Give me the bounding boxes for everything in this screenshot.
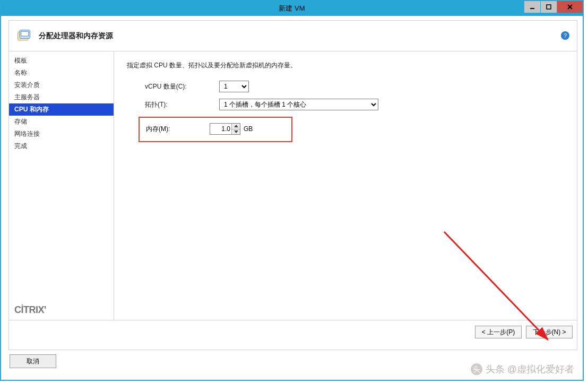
window-controls — [524, 1, 583, 13]
previous-button[interactable]: < 上一步(P) — [475, 326, 522, 338]
memory-label: 内存(M): — [146, 125, 210, 134]
close-button[interactable] — [557, 1, 583, 13]
vm-icon — [16, 29, 31, 43]
maximize-icon — [546, 4, 551, 10]
help-icon[interactable]: ? — [561, 31, 569, 40]
titlebar: 新建 VM — [1, 1, 583, 16]
main-panel: 指定虚拟 CPU 数量、拓扑以及要分配给新虚拟机的内存量。 vCPU 数量(C)… — [114, 51, 577, 320]
vcpu-select[interactable]: 1 — [219, 81, 249, 92]
window-title: 新建 VM — [279, 4, 305, 13]
page-title: 分配处理器和内存资源 — [39, 31, 113, 41]
spinner-buttons — [231, 124, 240, 134]
sidebar-item-home-server[interactable]: 主服务器 — [9, 91, 114, 103]
next-button[interactable]: 下一步(N) > — [526, 326, 573, 338]
sidebar-item-template[interactable]: 模板 — [9, 55, 114, 67]
memory-spinner — [210, 123, 240, 135]
memory-input[interactable] — [210, 124, 231, 134]
dialog-window: 新建 VM 分配处理器和内存资源 ? 模板 — [0, 0, 584, 381]
memory-increase-button[interactable] — [232, 124, 240, 129]
sidebar-item-finish[interactable]: 完成 — [9, 140, 114, 152]
memory-decrease-button[interactable] — [232, 129, 240, 135]
svg-rect-1 — [547, 5, 551, 9]
chevron-down-icon — [234, 130, 238, 133]
sidebar-item-storage[interactable]: 存储 — [9, 116, 114, 128]
sidebar-spacer — [9, 152, 114, 301]
sidebar-item-name[interactable]: 名称 — [9, 67, 114, 79]
minimize-button[interactable] — [524, 1, 540, 13]
topology-select[interactable]: 1 个插槽，每个插槽 1 个核心 — [219, 99, 378, 110]
dialog-header: 分配处理器和内存资源 ? — [9, 21, 577, 51]
dialog-footer: < 上一步(P) 下一步(N) > — [9, 320, 577, 350]
minimize-icon — [530, 4, 535, 10]
dialog-content: 分配处理器和内存资源 ? 模板 名称 安装介质 主服务器 CPU 和内存 存储 … — [8, 20, 577, 350]
cancel-button[interactable]: 取消 — [10, 354, 56, 368]
sidebar-item-cpu-memory[interactable]: CPU 和内存 — [9, 103, 114, 116]
memory-unit: GB — [244, 125, 253, 133]
chevron-up-icon — [234, 125, 238, 127]
vcpu-label: vCPU 数量(C): — [145, 82, 219, 91]
vcpu-row: vCPU 数量(C): 1 — [127, 81, 564, 92]
brand-logo: CİTRIX' — [9, 301, 114, 320]
close-icon — [567, 4, 573, 10]
svg-rect-6 — [21, 31, 29, 36]
topology-row: 拓扑(T): 1 个插槽，每个插槽 1 个核心 — [127, 99, 564, 110]
description-text: 指定虚拟 CPU 数量、拓扑以及要分配给新虚拟机的内存量。 — [127, 61, 564, 70]
dialog-body: 模板 名称 安装介质 主服务器 CPU 和内存 存储 网络连接 完成 CİTRI… — [9, 51, 577, 320]
sidebar-item-install-media[interactable]: 安装介质 — [9, 79, 114, 91]
sidebar-item-network[interactable]: 网络连接 — [9, 128, 114, 140]
svg-marker-8 — [234, 130, 238, 133]
topology-label: 拓扑(T): — [145, 100, 219, 109]
maximize-button[interactable] — [541, 1, 557, 13]
svg-marker-7 — [234, 125, 238, 127]
memory-row-highlight: 内存(M): GB — [139, 117, 292, 142]
wizard-sidebar: 模板 名称 安装介质 主服务器 CPU 和内存 存储 网络连接 完成 CİTRI… — [9, 51, 114, 320]
